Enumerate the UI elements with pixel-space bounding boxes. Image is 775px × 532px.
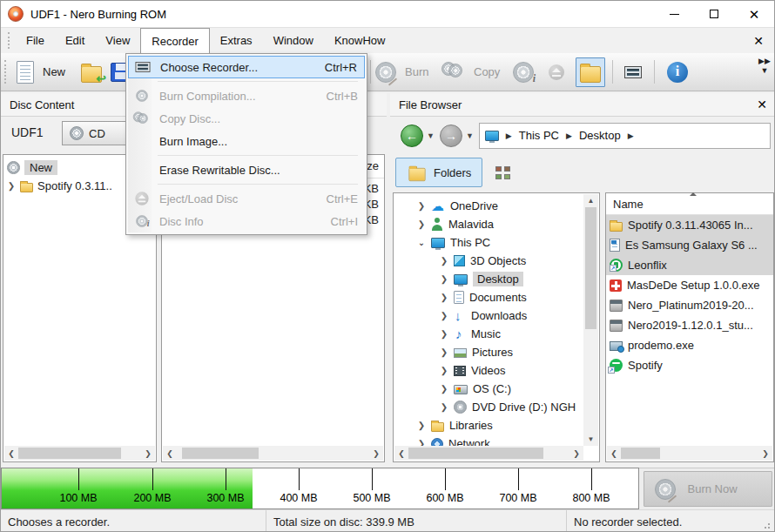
chevron-right-icon[interactable]: ❯ [7,181,16,191]
scroll-left-icon[interactable]: ❮ [4,449,18,458]
name-column-header[interactable]: Name [606,193,773,215]
disc-details-hscrollbar[interactable]: ❮ ❯ [163,446,383,461]
close-button[interactable]: ✕ [734,1,774,27]
scroll-left-icon[interactable]: ❮ [394,449,408,458]
copy-button-label[interactable]: Copy [474,65,500,78]
tree-item-downloads[interactable]: ❯Downloads [394,306,583,325]
chevron-right-icon[interactable]: ❯ [417,439,426,446]
chevron-right-icon[interactable]: ❯ [440,366,448,375]
resize-grip[interactable] [764,521,772,529]
thumbnails-view-button[interactable] [488,158,517,187]
tree-item-documents[interactable]: ❯Documents [394,288,583,306]
open-button[interactable]: ↩ [78,59,105,85]
tree-item-os-c[interactable]: ❯OS (C:) [394,380,583,398]
menu-item-erase-rewritable-disc[interactable]: Erase Rewritable Disc... [128,158,365,181]
menu-window[interactable]: Window [263,28,324,53]
menu-item-copy-disc[interactable]: Copy Disc... [128,107,365,130]
back-button[interactable]: ← [401,125,423,147]
tree-item-3d-objects[interactable]: ❯3D Objects [394,252,583,270]
menu-knowhow[interactable]: KnowHow [324,28,396,53]
forward-button[interactable]: → [440,125,462,147]
burn-button[interactable] [374,61,398,84]
scroll-thumb[interactable] [621,448,660,459]
menu-item-choose-recorder[interactable]: Choose Recorder... Ctrl+R [128,56,365,78]
breadcrumb-this-pc[interactable]: This PC [519,129,559,142]
burn-button-label[interactable]: Burn [405,65,428,78]
copy-button[interactable] [441,61,468,84]
file-row-es-samsung[interactable]: Es Samsung Galaxy S6 ... [606,235,773,255]
file-row-prodemo[interactable]: prodemo.exe [606,335,773,355]
chevron-right-icon[interactable]: ❯ [440,256,448,266]
folders-view-button[interactable]: Folders [395,158,482,187]
chevron-right-icon[interactable]: ❯ [440,274,448,284]
tree-item-desktop[interactable]: ❯Desktop [394,270,583,288]
menu-item-burn-image[interactable]: Burn Image... [128,130,365,152]
tree-item-pictures[interactable]: ❯Pictures [394,343,583,361]
tree-item-this-pc[interactable]: ⌄This PC [394,233,583,252]
file-row-leonflix[interactable]: ↗Leonflix [606,255,773,275]
file-list-hscrollbar[interactable]: ❮ ❯ [607,446,772,461]
file-row-spotify[interactable]: ↗Spotify [606,355,773,375]
menu-recorder[interactable]: Recorder [140,28,209,53]
folder-tree-vscrollbar[interactable]: ▲ ▼ [583,194,598,446]
menu-view[interactable]: View [95,28,140,53]
eject-button[interactable] [544,62,569,83]
tree-item-music[interactable]: ❯Music [394,325,583,343]
file-browser-toggle-button[interactable] [576,57,605,87]
scroll-thumb[interactable] [18,448,121,459]
tree-item-onedrive[interactable]: ❯OneDrive [394,197,583,215]
info-button[interactable] [664,60,691,84]
scroll-thumb[interactable] [408,448,543,459]
scroll-right-icon[interactable]: ❯ [369,449,383,458]
burn-now-button[interactable]: Burn Now [644,471,772,507]
scroll-left-icon[interactable]: ❮ [607,449,621,458]
chevron-right-icon[interactable]: ❯ [417,219,426,229]
chevron-down-icon[interactable]: ⌄ [417,238,426,247]
breadcrumb[interactable]: ▶ This PC ▶ Desktop ▶ [479,123,771,149]
size-column-header[interactable]: ze [367,159,379,172]
choose-recorder-toolbar-button[interactable] [619,61,647,84]
menu-item-eject-load-disc[interactable]: Eject/Load Disc Ctrl+E [128,187,365,210]
minimize-button[interactable] [654,1,694,27]
scroll-thumb[interactable] [182,448,259,459]
folder-tree-hscrollbar[interactable]: ❮ ❯ [394,446,583,461]
menu-file[interactable]: File [16,28,55,53]
tree-item-videos[interactable]: ❯Videos [394,361,583,380]
disc-info-button[interactable] [510,61,536,84]
chevron-right-icon[interactable]: ❯ [440,293,448,302]
scroll-right-icon[interactable]: ❯ [758,449,772,458]
document-close-button[interactable]: ✕ [748,28,769,53]
scroll-thumb[interactable] [585,207,596,329]
scroll-down-icon[interactable]: ▼ [588,433,595,446]
chevron-right-icon[interactable]: ❯ [440,329,448,339]
menu-extras[interactable]: Extras [210,28,263,53]
new-compilation-button[interactable] [13,60,37,84]
disc-tree-hscrollbar[interactable]: ❮ ❯ [4,446,155,461]
scroll-right-icon[interactable]: ❯ [141,449,155,458]
menu-item-burn-compilation[interactable]: Burn Compilation... Ctrl+B [128,84,365,107]
scroll-left-icon[interactable]: ❮ [163,449,177,458]
chevron-right-icon[interactable]: ❯ [440,384,448,394]
new-button-label[interactable]: New [43,65,65,78]
scroll-right-icon[interactable]: ❯ [569,449,583,458]
file-row-nero2019[interactable]: Nero2019-1.12.0.1_stu... [606,315,773,335]
file-row-masdede[interactable]: MasDeDe Setup 1.0.0.exe [606,275,773,295]
back-dropdown-icon[interactable]: ▼ [427,131,435,140]
menu-edit[interactable]: Edit [55,28,95,53]
maximize-button[interactable] [694,1,734,27]
file-browser-close-button[interactable]: ✕ [757,98,767,111]
scroll-up-icon[interactable]: ▲ [588,194,595,207]
file-row-spotify-folder[interactable]: Spotify 0.3.11.43065 In... [606,215,773,235]
chevron-right-icon[interactable]: ❯ [440,347,448,357]
file-row-nero-platinum[interactable]: Nero_Platinum2019-20... [606,295,773,315]
forward-dropdown-icon[interactable]: ▼ [466,131,474,140]
chevron-right-icon[interactable]: ❯ [440,311,448,320]
tree-item-libraries[interactable]: ❯Libraries [394,416,583,434]
chevron-right-icon[interactable]: ❯ [417,421,426,430]
chevron-right-icon[interactable]: ❯ [440,402,448,412]
menu-item-disc-info[interactable]: Disc Info Ctrl+I [128,210,365,232]
tree-item-dvd-drive[interactable]: ❯DVD Drive (D:) NGH [394,398,583,416]
tree-item-network[interactable]: ❯Network [394,434,583,446]
chevron-right-icon[interactable]: ❯ [417,201,426,211]
breadcrumb-desktop[interactable]: Desktop [579,129,621,142]
